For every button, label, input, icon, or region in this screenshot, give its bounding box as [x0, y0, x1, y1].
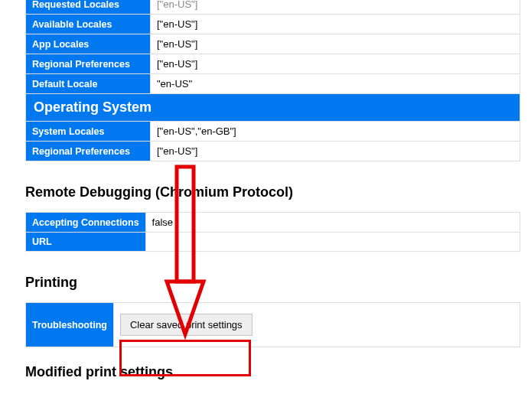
row-value: ["en-US"] [151, 34, 520, 54]
row-label: Troubleshooting [26, 303, 114, 347]
table-row: System Locales ["en-US","en-GB"] [26, 122, 520, 142]
table-row: Available Locales ["en-US"] [26, 15, 520, 34]
row-label: System Locales [26, 122, 151, 142]
clear-saved-print-settings-button[interactable]: Clear saved print settings [120, 314, 253, 336]
row-label: URL [26, 233, 146, 252]
row-label: Available Locales [26, 15, 151, 34]
table-row: URL [26, 233, 520, 252]
intl-table: Requested Locales ["en-US"] Available Lo… [25, 0, 520, 161]
remote-debugging-table: Accepting Connections false URL [25, 212, 520, 252]
modified-print-settings-heading: Modified print settings [25, 364, 520, 380]
table-row: Troubleshooting Clear saved print settin… [26, 303, 520, 347]
row-label: Regional Preferences [26, 54, 151, 74]
printing-table: Troubleshooting Clear saved print settin… [25, 302, 520, 347]
row-label: Accepting Connections [26, 213, 146, 233]
remote-debugging-heading: Remote Debugging (Chromium Protocol) [25, 184, 520, 200]
section-header: Operating System [26, 94, 520, 122]
table-row: Regional Preferences ["en-US"] [26, 54, 520, 74]
printing-heading: Printing [25, 275, 520, 291]
row-value: ["en-US"] [151, 54, 520, 74]
row-value [145, 233, 520, 252]
row-value: ["en-US"] [151, 0, 520, 15]
row-label: Regional Preferences [26, 142, 151, 161]
row-value: "en-US" [151, 74, 520, 94]
table-row: App Locales ["en-US"] [26, 34, 520, 54]
row-value: ["en-US","en-GB"] [151, 122, 520, 142]
row-label: Default Locale [26, 74, 151, 94]
row-label: App Locales [26, 34, 151, 54]
os-header: Operating System [26, 94, 520, 122]
table-row: Requested Locales ["en-US"] [26, 0, 520, 15]
row-value: false [145, 213, 520, 233]
row-value: ["en-US"] [151, 15, 520, 34]
table-row: Default Locale "en-US" [26, 74, 520, 94]
row-value: ["en-US"] [151, 142, 520, 161]
table-row: Accepting Connections false [26, 213, 520, 233]
button-cell: Clear saved print settings [113, 303, 520, 347]
row-label: Requested Locales [26, 0, 151, 15]
table-row: Regional Preferences ["en-US"] [26, 142, 520, 161]
